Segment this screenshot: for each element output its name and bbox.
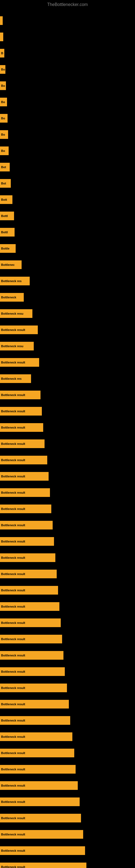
bar-item-11: Bot: [0, 179, 11, 188]
bar-row: Bottleneck result: [0, 814, 135, 823]
bar-item-13: Bottl: [0, 212, 14, 220]
bar-item-29: Bottleneck result: [0, 472, 49, 480]
bar-item-25: Bottleneck result: [0, 407, 42, 415]
bar-row: Bottleneck result: [0, 423, 135, 432]
bar-item-50: Bottleneck result: [0, 814, 81, 823]
bar-item-40: Bottleneck result: [0, 651, 63, 660]
bar-row: Bo: [0, 147, 135, 155]
bar-row: Bottleneck result: [0, 716, 135, 725]
bar-item-18: Bottleneck: [0, 293, 24, 302]
bar-item-37: Bottleneck result: [0, 602, 59, 611]
bar-item-30: Bottleneck result: [0, 488, 50, 497]
bar-item-2: [0, 33, 3, 41]
bar-row: Bottl: [0, 228, 135, 237]
bar-item-3: B: [0, 49, 4, 58]
bar-item-23: Bottleneck res: [0, 374, 31, 383]
bar-item-38: Bottleneck result: [0, 618, 61, 627]
bar-row: Bottleneck result: [0, 602, 135, 611]
bar-row: Bo: [0, 65, 135, 74]
bar-row: B: [0, 49, 135, 58]
bar-row: Bot: [0, 163, 135, 172]
bar-item-14: Bottl: [0, 228, 14, 237]
bar-row: Bottleneck result: [0, 326, 135, 334]
bar-row: Bottlenec: [0, 260, 135, 269]
bar-row: Bottleneck result: [0, 618, 135, 627]
bar-item-20: Bottleneck result: [0, 326, 38, 334]
bar-row: Bottleneck: [0, 293, 135, 302]
bar-row: Bo: [0, 130, 135, 139]
bar-row: Bottleneck result: [0, 521, 135, 529]
bar-row: Bo: [0, 114, 135, 123]
bar-item-1: [0, 16, 3, 25]
bar-item-46: Bottleneck result: [0, 749, 74, 757]
bar-row: Bo: [0, 98, 135, 106]
bar-row: Bottleneck result: [0, 781, 135, 790]
bar-item-47: Bottleneck result: [0, 765, 76, 774]
bar-item-12: Bott: [0, 195, 12, 204]
bar-row: Bottleneck result: [0, 407, 135, 415]
bar-item-7: Bo: [0, 114, 8, 123]
bar-row: [0, 33, 135, 41]
bar-item-19: Bottleneck resu: [0, 309, 32, 318]
bar-row: Bottleneck result: [0, 651, 135, 660]
bar-row: Bottleneck result: [0, 472, 135, 480]
bar-item-16: Bottlenec: [0, 260, 21, 269]
bar-item-45: Bottleneck result: [0, 733, 72, 741]
bar-item-51: Bottleneck result: [0, 830, 83, 839]
bar-row: Bottleneck result: [0, 749, 135, 757]
bar-row: Bottleneck result: [0, 798, 135, 806]
bar-row: Bo: [0, 82, 135, 90]
bar-row: Bottleneck res: [0, 374, 135, 383]
bar-row: Bottleneck result: [0, 846, 135, 855]
bar-item-39: Bottleneck result: [0, 635, 62, 643]
bar-item-15: Bottle: [0, 244, 16, 253]
bar-item-32: Bottleneck result: [0, 521, 53, 529]
bar-row: Bottleneck result: [0, 553, 135, 562]
bar-item-22: Bottleneck result: [0, 358, 39, 367]
bar-item-8: Bo: [0, 130, 8, 139]
bar-item-53: Bottleneck result: [0, 863, 86, 868]
bar-item-10: Bot: [0, 163, 10, 172]
bar-row: Bottleneck result: [0, 667, 135, 676]
bar-row: Bottleneck result: [0, 733, 135, 741]
bar-row: Bottleneck result: [0, 700, 135, 709]
bar-row: Bottleneck result: [0, 586, 135, 595]
bar-row: Bottleneck result: [0, 765, 135, 774]
bar-row: Bottleneck result: [0, 635, 135, 643]
bar-item-35: Bottleneck result: [0, 569, 57, 578]
bar-row: Bot: [0, 179, 135, 188]
bar-row: Bottleneck resu: [0, 309, 135, 318]
bar-item-5: Bo: [0, 82, 6, 90]
bar-row: Bottle: [0, 244, 135, 253]
bar-item-9: Bo: [0, 147, 9, 155]
bar-item-34: Bottleneck result: [0, 553, 55, 562]
bar-row: Bottleneck resu: [0, 342, 135, 350]
bar-row: Bottleneck result: [0, 439, 135, 448]
bar-item-49: Bottleneck result: [0, 798, 80, 806]
bar-row: [0, 16, 135, 25]
bar-item-36: Bottleneck result: [0, 586, 58, 595]
bar-item-48: Bottleneck result: [0, 781, 78, 790]
bar-item-6: Bo: [0, 98, 7, 106]
bar-item-26: Bottleneck result: [0, 423, 43, 432]
bar-row: Bottleneck result: [0, 488, 135, 497]
bar-row: Bottleneck result: [0, 456, 135, 464]
bar-item-44: Bottleneck result: [0, 716, 70, 725]
bar-row: Bottleneck result: [0, 391, 135, 399]
bar-item-24: Bottleneck result: [0, 391, 41, 399]
bar-row: Bottleneck res: [0, 277, 135, 285]
bar-item-4: Bo: [0, 65, 5, 74]
bar-row: Bottleneck result: [0, 569, 135, 578]
bar-row: Bottleneck result: [0, 830, 135, 839]
bar-row: Bott: [0, 195, 135, 204]
bar-item-31: Bottleneck result: [0, 504, 51, 513]
bar-row: Bottleneck result: [0, 863, 135, 868]
bar-item-33: Bottleneck result: [0, 537, 54, 546]
bar-item-28: Bottleneck result: [0, 456, 47, 464]
bar-row: Bottleneck result: [0, 537, 135, 546]
bar-item-27: Bottleneck result: [0, 439, 45, 448]
bar-item-43: Bottleneck result: [0, 700, 69, 709]
bar-item-21: Bottleneck resu: [0, 342, 34, 350]
site-title: TheBottlenecker.com: [0, 0, 135, 9]
bar-row: Bottleneck result: [0, 684, 135, 692]
